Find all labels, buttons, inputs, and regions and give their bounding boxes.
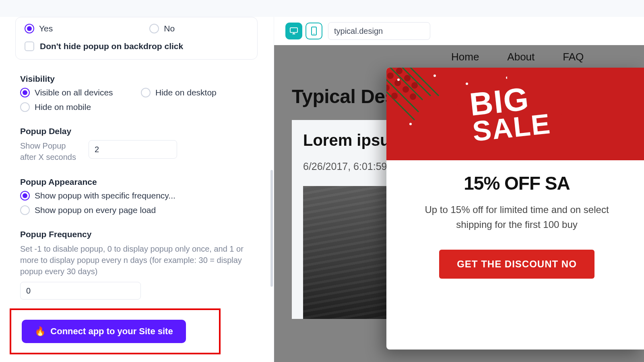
preview-panel: Home About FAQ Typical Des Lorem ipsum 6… bbox=[274, 17, 644, 362]
popup-body: 15% OFF SA Up to 15% off for limited tim… bbox=[386, 160, 644, 279]
frequency-section: Popup Frequency Set -1 to disable popup,… bbox=[20, 230, 258, 300]
popup-text-line1: Up to 15% off for limited time and on se… bbox=[425, 204, 609, 215]
svg-point-9 bbox=[410, 93, 416, 100]
svg-point-4 bbox=[396, 68, 402, 74]
preview-url-input[interactable] bbox=[328, 22, 430, 40]
svg-point-15 bbox=[506, 77, 507, 79]
nav-home[interactable]: Home bbox=[451, 51, 479, 63]
site-nav: Home About FAQ bbox=[274, 45, 644, 68]
svg-point-3 bbox=[387, 72, 394, 79]
radio-hide-mobile[interactable]: Hide on mobile bbox=[20, 102, 141, 112]
popup-cta-label: GET THE DISCOUNT NO bbox=[457, 259, 577, 269]
delay-section: Popup Delay Show Popup after X seconds bbox=[20, 126, 258, 163]
nav-faq[interactable]: FAQ bbox=[563, 51, 584, 63]
popup-banner: BIG SALE bbox=[386, 68, 644, 160]
connect-app-button[interactable]: 🔥 Connect app to your Site site bbox=[22, 320, 186, 343]
delay-input[interactable] bbox=[89, 140, 177, 159]
mobile-icon bbox=[311, 26, 317, 36]
radio-no-label: No bbox=[164, 24, 175, 33]
radio-hide-desktop-label: Hide on desktop bbox=[155, 88, 217, 97]
visibility-section: Visibility Visible on all devices Hide o… bbox=[20, 74, 258, 112]
svg-point-10 bbox=[386, 85, 390, 91]
monitor-icon bbox=[289, 27, 298, 35]
fire-icon: 🔥 bbox=[35, 326, 45, 337]
svg-point-6 bbox=[404, 75, 411, 81]
svg-point-14 bbox=[466, 83, 468, 85]
sale-popup: BIG SALE 15% OFF SA Up to 15% off for l bbox=[386, 68, 644, 350]
radio-hide-mobile-label: Hide on mobile bbox=[35, 102, 91, 112]
popup-text-line2: shipping for the first 100 buy bbox=[456, 219, 578, 230]
pine-branch-icon bbox=[386, 68, 463, 144]
checkbox-icon bbox=[25, 41, 34, 51]
svg-point-2 bbox=[314, 33, 314, 34]
sale-badge-line2: SALE bbox=[471, 111, 552, 145]
radio-every-load-label: Show popup on every page load bbox=[35, 205, 156, 215]
workspace: Yes No Don't hide popup on backdrop clic… bbox=[0, 17, 644, 362]
radio-hide-desktop[interactable]: Hide on desktop bbox=[141, 88, 262, 97]
appearance-title: Popup Appearance bbox=[20, 177, 258, 187]
backdrop-checkbox-label: Don't hide popup on backdrop click bbox=[40, 41, 183, 51]
connect-highlight: 🔥 Connect app to your Site site bbox=[10, 308, 221, 354]
radio-every-load[interactable]: Show popup on every page load bbox=[20, 205, 258, 215]
app-topbar bbox=[0, 0, 644, 17]
radio-dot-icon bbox=[25, 24, 34, 33]
radio-no[interactable]: No bbox=[149, 24, 175, 33]
radio-circle-icon bbox=[149, 24, 159, 33]
yes-no-group: Yes No bbox=[25, 24, 248, 33]
site-title: Typical Des bbox=[292, 85, 396, 108]
radio-specific-frequency-label: Show popup with specific frequency... bbox=[35, 191, 175, 201]
frequency-input[interactable] bbox=[20, 282, 141, 300]
appearance-section: Popup Appearance Show popup with specifi… bbox=[20, 177, 258, 215]
device-mobile-button[interactable] bbox=[305, 23, 322, 39]
svg-point-7 bbox=[402, 86, 409, 93]
radio-specific-frequency[interactable]: Show popup with specific frequency... bbox=[20, 191, 258, 201]
svg-point-8 bbox=[411, 82, 418, 89]
radio-yes[interactable]: Yes bbox=[25, 24, 53, 33]
backdrop-checkbox-row[interactable]: Don't hide popup on backdrop click bbox=[25, 41, 248, 51]
connect-app-label: Connect app to your Site site bbox=[50, 326, 173, 337]
popup-text: Up to 15% off for limited time and on se… bbox=[406, 202, 628, 232]
svg-point-11 bbox=[391, 93, 398, 99]
option-card: Yes No Don't hide popup on backdrop clic… bbox=[15, 17, 258, 60]
preview-toolbar bbox=[274, 17, 644, 45]
frequency-title: Popup Frequency bbox=[20, 230, 258, 239]
preview-stage: Home About FAQ Typical Des Lorem ipsum 6… bbox=[274, 45, 644, 362]
radio-dot-icon bbox=[20, 191, 30, 201]
radio-visible-all-label: Visible on all devices bbox=[35, 88, 113, 97]
frequency-help: Set -1 to disable popup, 0 to display po… bbox=[20, 243, 258, 277]
nav-about[interactable]: About bbox=[507, 51, 535, 63]
radio-yes-label: Yes bbox=[39, 24, 53, 33]
radio-dot-icon bbox=[20, 88, 30, 97]
config-panel: Yes No Don't hide popup on backdrop clic… bbox=[0, 17, 274, 362]
delay-help: Show Popup after X seconds bbox=[20, 140, 80, 163]
delay-title: Popup Delay bbox=[20, 126, 258, 136]
config-scroll[interactable]: Yes No Don't hide popup on backdrop clic… bbox=[2, 17, 274, 362]
sale-badge: BIG SALE bbox=[456, 79, 564, 148]
radio-circle-icon bbox=[20, 102, 30, 112]
radio-visible-all[interactable]: Visible on all devices bbox=[20, 88, 141, 97]
radio-circle-icon bbox=[141, 88, 151, 97]
radio-circle-icon bbox=[20, 205, 30, 215]
device-desktop-button[interactable] bbox=[285, 23, 302, 39]
popup-heading: 15% OFF SA bbox=[406, 172, 628, 194]
visibility-title: Visibility bbox=[20, 74, 258, 84]
svg-point-5 bbox=[394, 80, 401, 86]
svg-rect-0 bbox=[290, 28, 297, 33]
popup-cta-button[interactable]: GET THE DISCOUNT NO bbox=[439, 250, 594, 279]
